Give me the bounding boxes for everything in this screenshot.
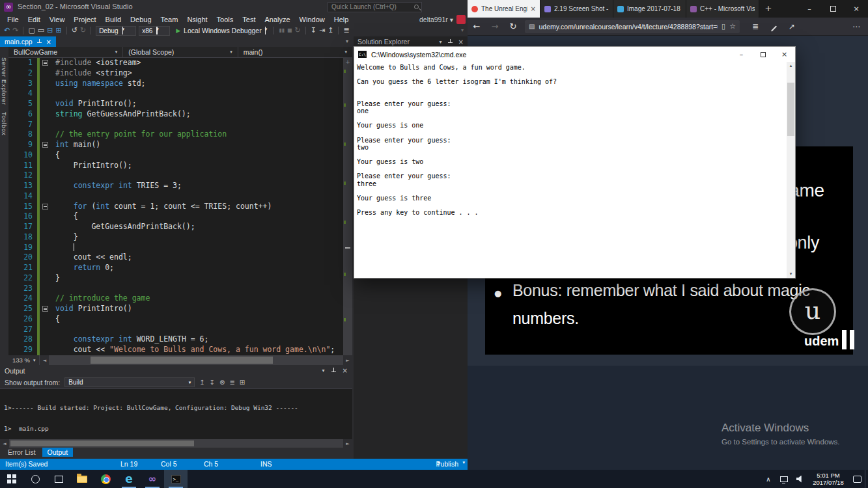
code-line[interactable]: 4 [8, 88, 352, 99]
fold-collapse-icon[interactable] [40, 304, 50, 314]
tab-main-cpp[interactable]: main.cpp × [0, 36, 56, 47]
code-line[interactable]: 19 [8, 243, 352, 253]
goto-icon[interactable]: ⊞ [240, 379, 245, 386]
favorites-star-icon[interactable]: ☆ [729, 22, 736, 31]
code-line[interactable]: 6string GetGuessAndPrintBack(); [8, 109, 352, 120]
editor-vertical-scrollbar[interactable]: + [343, 58, 352, 355]
close-button[interactable]: × [774, 47, 795, 62]
chrome-button[interactable] [94, 470, 117, 488]
scrollbar-thumb[interactable] [10, 441, 194, 446]
project-dropdown[interactable]: BullCowGame ▾ [8, 47, 123, 57]
open-file-icon[interactable]: ▭ [38, 25, 44, 36]
build-output-text[interactable]: 1>------ Build started: Project: BullCow… [0, 389, 352, 436]
close-icon[interactable]: × [458, 38, 464, 46]
address-bar[interactable]: ▤ udemy.com/unrealcourse/learn/v4/t/lect… [525, 20, 740, 33]
horizontal-scrollbar[interactable] [49, 355, 343, 365]
new-tab-button[interactable]: + [759, 0, 777, 18]
cmd-taskbar-button[interactable]: >_ [164, 470, 188, 488]
scroll-right-icon[interactable]: ► [343, 441, 352, 446]
scroll-up-icon[interactable]: ▴ [787, 62, 795, 70]
code-line[interactable]: 5void PrintIntro(); [8, 99, 352, 109]
menu-team[interactable]: Team [156, 14, 183, 25]
scope-dropdown[interactable]: (Global Scope) ▾ [123, 47, 238, 57]
tab-overflow-icon[interactable]: ▾ [346, 36, 348, 47]
tab-error-list[interactable]: Error List [3, 448, 41, 457]
horizontal-scrollbar[interactable] [9, 439, 343, 448]
signed-in-user[interactable]: delta991r ▾ [419, 16, 453, 23]
menu-project[interactable]: Project [69, 14, 100, 25]
pin-icon[interactable] [331, 368, 337, 373]
code-line[interactable]: 21 return 0; [8, 263, 352, 273]
scrollbar-thumb[interactable] [91, 357, 273, 364]
cmd-scrollbar[interactable]: ▴ ▾ [787, 62, 795, 278]
code-line[interactable]: 29 cout << "Welcome to Bulls and Cows, a… [8, 345, 352, 355]
toolbar-overflow-icon[interactable]: ▾ [461, 25, 464, 36]
code-line[interactable]: 14 [8, 191, 352, 202]
redo-icon[interactable]: ↻ [80, 25, 86, 36]
restart-icon[interactable]: ↻ [295, 25, 301, 36]
maximize-button[interactable] [752, 47, 774, 62]
navigate-forward-icon[interactable]: ↷ [12, 25, 18, 36]
code-line[interactable]: 25void PrintIntro() [8, 304, 352, 314]
clock[interactable]: 5:01 PM 2017/07/18 [807, 472, 849, 486]
tray-chevron-up-icon[interactable]: ∧ [761, 470, 776, 488]
publish-button[interactable]: Publish [436, 460, 458, 468]
scrollbar-thumb[interactable] [787, 83, 794, 136]
line-list-icon[interactable]: ≣ [343, 25, 349, 36]
show-desktop-button[interactable] [865, 470, 868, 488]
sidebar-tab-server-explorer[interactable]: Server Explorer [1, 57, 8, 105]
split-window-handle[interactable]: + [343, 59, 352, 65]
menu-help[interactable]: Help [329, 14, 354, 25]
action-center-button[interactable] [849, 470, 865, 488]
member-dropdown[interactable]: main() ▾ [238, 47, 352, 57]
menu-nsight[interactable]: Nsight [182, 14, 212, 25]
solution-configuration-dropdown[interactable]: Debug ▾ [96, 26, 136, 36]
minimize-button[interactable]: – [731, 47, 752, 62]
code-line[interactable]: 10{ [8, 150, 352, 161]
code-line[interactable]: 12 [8, 170, 352, 181]
fold-collapse-icon[interactable] [40, 140, 50, 150]
scroll-right-icon[interactable]: ► [343, 358, 352, 363]
maximize-button[interactable] [821, 0, 845, 18]
code-line[interactable]: 9int main() [8, 140, 352, 150]
code-line[interactable]: 11 PrintIntro(); [8, 161, 352, 171]
refresh-icon[interactable]: ↻ [504, 21, 522, 31]
solution-explorer-header[interactable]: Solution Explorer ▾ × [354, 36, 468, 47]
code-line[interactable]: 1#include <iostream> [8, 58, 352, 68]
word-wrap-icon[interactable]: ≣ [229, 379, 234, 386]
window-position-icon[interactable]: ▾ [322, 368, 325, 373]
hub-icon[interactable]: ≣ [746, 22, 764, 31]
browser-tab-unreal[interactable]: The Unreal Engin × [468, 0, 540, 18]
url-text[interactable]: udemy.com/unrealcourse/learn/v4/t/lectur… [539, 23, 718, 31]
scroll-left-icon[interactable]: ◄ [0, 441, 9, 446]
back-icon[interactable]: ← [468, 21, 486, 31]
reading-view-icon[interactable]: ▯ [721, 22, 725, 31]
cmd-text[interactable]: Welcome to Bulls and Cows, a fun word ga… [354, 62, 787, 278]
navigate-back-icon[interactable]: ↶ [4, 25, 10, 36]
code-line[interactable]: 26{ [8, 314, 352, 325]
visual-studio-button[interactable]: ∞ [141, 470, 164, 488]
code-line[interactable]: 24// introduce the game [8, 293, 352, 304]
scroll-left-icon[interactable]: ◄ [40, 358, 49, 363]
new-file-icon[interactable]: ▢ [28, 25, 35, 36]
file-explorer-button[interactable] [70, 470, 94, 488]
fold-collapse-icon[interactable] [40, 202, 50, 212]
save-all-icon[interactable]: ⊞ [55, 25, 61, 36]
scroll-down-icon[interactable]: ▾ [787, 270, 795, 278]
menu-build[interactable]: Build [101, 14, 126, 25]
share-icon[interactable]: ↗ [783, 22, 801, 31]
browser-tab-screenshot[interactable]: 2.19 Screen Shot - U [540, 0, 613, 18]
close-button[interactable]: × [845, 0, 868, 18]
quick-launch-input[interactable]: Quick Launch (Ctrl+Q) [328, 2, 422, 12]
code-line[interactable]: 23 [8, 284, 352, 294]
close-icon[interactable]: × [46, 38, 51, 46]
stop-icon[interactable]: ■ [287, 25, 292, 36]
edge-button[interactable]: e [117, 470, 141, 488]
web-note-icon[interactable] [764, 22, 783, 31]
pause-icon[interactable]: ▮▮ [279, 25, 285, 36]
code-line[interactable]: 22} [8, 273, 352, 284]
close-icon[interactable]: × [343, 367, 348, 374]
start-debugging-button[interactable]: ▶ Local Windows Debugger ▾ [173, 25, 269, 36]
step-out-icon[interactable]: ↥ [328, 25, 333, 36]
minimize-button[interactable]: – [798, 0, 821, 18]
